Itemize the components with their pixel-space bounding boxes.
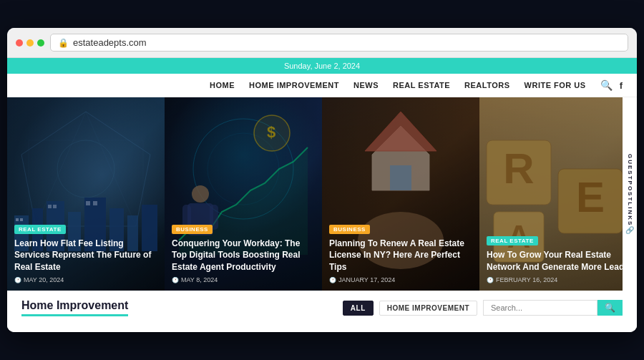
svg-rect-17 bbox=[86, 201, 90, 205]
svg-point-24 bbox=[192, 185, 209, 203]
dot-minimize[interactable] bbox=[26, 39, 34, 47]
section-header: Home Improvement ALL HOME IMPROVEMENT 🔍 bbox=[21, 299, 623, 316]
card4-overlay: REAL ESTATE How To Grow Your Real Estate… bbox=[479, 225, 637, 291]
nav-news[interactable]: NEWS bbox=[353, 81, 379, 89]
svg-rect-30 bbox=[390, 165, 411, 190]
nav-realtors[interactable]: REALTORS bbox=[464, 81, 510, 89]
card2-badge: BUSINESS bbox=[172, 225, 213, 234]
filter-home-improvement[interactable]: HOME IMPROVEMENT bbox=[379, 301, 477, 316]
section-title: Home Improvement bbox=[21, 299, 128, 316]
svg-point-3 bbox=[57, 140, 114, 198]
nav-home[interactable]: HOME bbox=[210, 81, 235, 89]
nav-write-for-us[interactable]: WRITE FOR US bbox=[525, 81, 586, 89]
card2-overlay: BUSINESS Conquering Your Workday: The To… bbox=[165, 214, 322, 291]
card4-title: How To Grow Your Real Estate Network And… bbox=[487, 249, 630, 273]
nav-home-improvement[interactable]: HOME IMPROVEMENT bbox=[249, 81, 339, 89]
dot-maximize[interactable] bbox=[37, 39, 44, 47]
side-banner-text: GUESTPOSTLINKS bbox=[627, 154, 633, 226]
svg-rect-15 bbox=[48, 205, 52, 208]
svg-text:$: $ bbox=[267, 123, 275, 141]
url-text: estateadepts.com bbox=[73, 37, 147, 48]
card3-title: Planning To Renew A Real Estate License … bbox=[329, 238, 472, 273]
card4-date: FEBRUARY 16, 2024 bbox=[487, 276, 630, 283]
browser-dots bbox=[16, 39, 44, 47]
card4-badge: REAL ESTATE bbox=[487, 236, 538, 245]
svg-rect-16 bbox=[53, 205, 57, 208]
site-content: Sunday, June 2, 2024 HOME HOME IMPROVEME… bbox=[7, 58, 637, 332]
search-bar: 🔍 bbox=[483, 300, 623, 316]
svg-text:E: E bbox=[576, 173, 605, 221]
date-text: Sunday, June 2, 2024 bbox=[284, 62, 360, 70]
date-bar: Sunday, June 2, 2024 bbox=[7, 58, 637, 74]
card2-date: MAY 8, 2024 bbox=[172, 276, 315, 283]
card2-title: Conquering Your Workday: The Top Digital… bbox=[172, 238, 315, 273]
search-button[interactable]: 🔍 bbox=[597, 300, 623, 316]
card1-overlay: REAL ESTATE Learn How Flat Fee Listing S… bbox=[7, 214, 165, 291]
lock-icon: 🔒 bbox=[58, 38, 69, 48]
hero-slider: REAL ESTATE Learn How Flat Fee Listing S… bbox=[7, 97, 637, 291]
search-icon[interactable]: 🔍 bbox=[600, 79, 613, 91]
facebook-icon[interactable]: f bbox=[620, 80, 623, 91]
bottom-section: Home Improvement ALL HOME IMPROVEMENT 🔍 bbox=[7, 291, 637, 332]
side-banner: GUESTPOSTLINKS 🔗 bbox=[623, 97, 637, 291]
card1-date: MAY 20, 2024 bbox=[14, 276, 157, 283]
hero-card-2[interactable]: $ BUSINESS Conquering Your bbox=[165, 97, 322, 291]
svg-marker-29 bbox=[365, 112, 436, 151]
nav-real-estate[interactable]: REAL ESTATE bbox=[393, 81, 450, 89]
card1-title: Learn How Flat Fee Listing Services Repr… bbox=[14, 238, 157, 273]
search-input[interactable] bbox=[483, 300, 597, 316]
card3-date: JANUARY 17, 2024 bbox=[329, 276, 472, 283]
hero-card-4[interactable]: R E A REAL ESTATE How To Grow Your Real … bbox=[479, 97, 637, 291]
side-banner-link-icon[interactable]: 🔗 bbox=[625, 226, 634, 234]
svg-text:R: R bbox=[503, 145, 534, 193]
svg-rect-18 bbox=[93, 201, 97, 205]
browser-window: 🔒 estateadepts.com Sunday, June 2, 2024 … bbox=[7, 28, 637, 332]
card3-badge: BUSINESS bbox=[329, 225, 370, 234]
dot-close[interactable] bbox=[16, 39, 23, 47]
address-bar[interactable]: 🔒 estateadepts.com bbox=[50, 34, 628, 52]
browser-chrome: 🔒 estateadepts.com bbox=[7, 28, 637, 58]
filter-bar: ALL HOME IMPROVEMENT 🔍 bbox=[343, 300, 623, 316]
navigation: HOME HOME IMPROVEMENT NEWS REAL ESTATE R… bbox=[7, 74, 637, 97]
filter-all[interactable]: ALL bbox=[343, 301, 374, 316]
hero-card-3[interactable]: BUSINESS Planning To Renew A Real Estate… bbox=[322, 97, 479, 291]
card3-overlay: BUSINESS Planning To Renew A Real Estate… bbox=[322, 214, 479, 291]
nav-icons: 🔍 f bbox=[600, 79, 623, 91]
hero-card-1[interactable]: REAL ESTATE Learn How Flat Fee Listing S… bbox=[7, 97, 165, 291]
card1-badge: REAL ESTATE bbox=[14, 225, 66, 234]
